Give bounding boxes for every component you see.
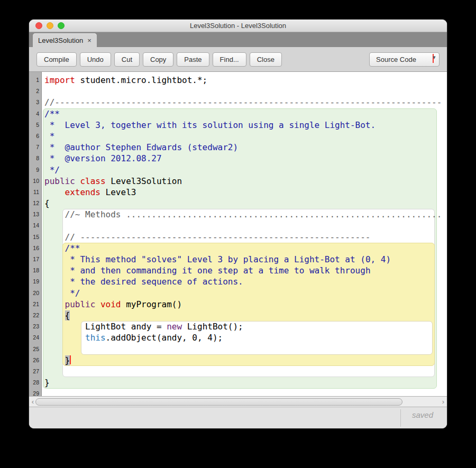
line-number: 17	[29, 254, 41, 265]
line-number: 8	[29, 153, 41, 164]
line-number: 9	[29, 164, 41, 176]
code-line[interactable]	[44, 366, 447, 377]
scroll-right-icon[interactable]: ›	[440, 397, 446, 407]
zoom-window-icon[interactable]	[58, 22, 65, 29]
copy-button[interactable]: Copy	[143, 52, 173, 67]
line-number: 27	[29, 366, 41, 377]
line-number: 3	[29, 97, 41, 108]
code-text-area[interactable]: import student.micro.lightbot.*;//------…	[44, 75, 447, 396]
code-line[interactable]: //--------------------------------------…	[44, 97, 447, 108]
code-line[interactable]: * This method "solves" Level 3 by placin…	[44, 254, 447, 265]
code-line[interactable]: }	[44, 377, 447, 388]
code-line[interactable]	[44, 344, 447, 355]
code-line[interactable]: this.addObject(andy, 0, 4);	[44, 332, 447, 343]
close-button[interactable]: Close	[250, 52, 282, 67]
line-number: 20	[29, 288, 41, 299]
line-number: 29	[29, 388, 41, 396]
code-line[interactable]	[44, 220, 447, 231]
line-number: 10	[29, 176, 41, 187]
code-line[interactable]: * Level 3, together with its solution us…	[44, 120, 447, 131]
code-line[interactable]	[44, 86, 447, 97]
line-number-gutter: 1234567891011121314151617181920212223242…	[29, 72, 42, 396]
compile-button[interactable]: Compile	[36, 52, 77, 67]
horizontal-scrollbar-thumb[interactable]	[35, 398, 402, 406]
code-line[interactable]: {	[44, 310, 447, 321]
horizontal-scrollbar[interactable]: ‹ ›	[29, 396, 447, 407]
line-number: 24	[29, 332, 41, 343]
tab-bar: Level3Solution ×	[29, 32, 447, 47]
code-line[interactable]: /**	[44, 243, 447, 254]
code-line[interactable]: public void myProgram()	[44, 299, 447, 310]
code-line[interactable]: public class Level3Solution	[44, 176, 447, 187]
line-number: 25	[29, 344, 41, 355]
code-line[interactable]: * the desired sequence of actions.	[44, 276, 447, 287]
code-line[interactable]: * @version 2012.08.27	[44, 153, 447, 164]
line-number: 15	[29, 232, 41, 243]
paste-button[interactable]: Paste	[177, 52, 209, 67]
line-number: 13	[29, 209, 41, 220]
status-badge: saved	[412, 410, 433, 419]
status-divider	[400, 409, 401, 427]
line-number: 16	[29, 243, 41, 254]
line-number: 4	[29, 108, 41, 120]
code-line[interactable]: * @author Stephen Edwards (stedwar2)	[44, 142, 447, 153]
code-line[interactable]: LightBot andy = new LightBot();	[44, 321, 447, 332]
find-button[interactable]: Find...	[213, 52, 246, 67]
status-bar: saved	[29, 407, 447, 428]
line-number: 11	[29, 187, 41, 198]
line-number: 22	[29, 310, 41, 321]
cut-button[interactable]: Cut	[114, 52, 140, 67]
code-line[interactable]: // -------------------------------------…	[44, 232, 447, 243]
window-title: Level3Solution - Level3Solution	[29, 20, 447, 32]
toolbar: Compile Undo Cut Copy Paste Find... Clos…	[29, 47, 447, 72]
tab-level3solution[interactable]: Level3Solution ×	[33, 33, 97, 47]
code-line[interactable]: */	[44, 288, 447, 299]
line-number: 12	[29, 198, 41, 209]
line-number: 26	[29, 355, 41, 366]
view-mode-value: Source Code	[376, 56, 416, 63]
line-number: 28	[29, 377, 41, 388]
line-number: 21	[29, 299, 41, 310]
line-number: 6	[29, 131, 41, 142]
chevron-down-icon: ▾	[433, 54, 434, 63]
code-line[interactable]: */	[44, 164, 447, 176]
line-number: 1	[29, 75, 41, 86]
code-line[interactable]: *	[44, 131, 447, 142]
line-number: 5	[29, 120, 41, 131]
line-number: 23	[29, 321, 41, 332]
line-number: 14	[29, 220, 41, 231]
line-number: 19	[29, 276, 41, 287]
tab-close-icon[interactable]: ×	[87, 36, 91, 44]
code-line[interactable]: }	[44, 355, 447, 366]
tab-label: Level3Solution	[38, 36, 83, 44]
line-number: 18	[29, 265, 41, 276]
line-number: 2	[29, 86, 41, 97]
undo-button[interactable]: Undo	[80, 52, 111, 67]
minimize-window-icon[interactable]	[47, 22, 53, 29]
code-line[interactable]: import student.micro.lightbot.*;	[44, 75, 447, 86]
editor-window: Level3Solution - Level3Solution Level3So…	[29, 20, 447, 428]
close-window-icon[interactable]	[35, 22, 42, 29]
view-mode-dropdown[interactable]: Source Code ▾	[369, 52, 440, 67]
code-line[interactable]: {	[44, 198, 447, 209]
title-bar[interactable]: Level3Solution - Level3Solution	[29, 20, 447, 32]
code-line[interactable]: /**	[44, 108, 447, 120]
text-cursor	[70, 355, 71, 364]
code-line[interactable]: * and then commanding it one step at a t…	[44, 265, 447, 276]
code-line[interactable]: extends Level3	[44, 187, 447, 198]
code-line[interactable]	[44, 388, 447, 396]
line-number: 7	[29, 142, 41, 153]
traffic-lights	[35, 22, 65, 29]
code-line[interactable]: //~ Methods ............................…	[44, 209, 447, 220]
code-editor[interactable]: 1234567891011121314151617181920212223242…	[29, 72, 447, 396]
